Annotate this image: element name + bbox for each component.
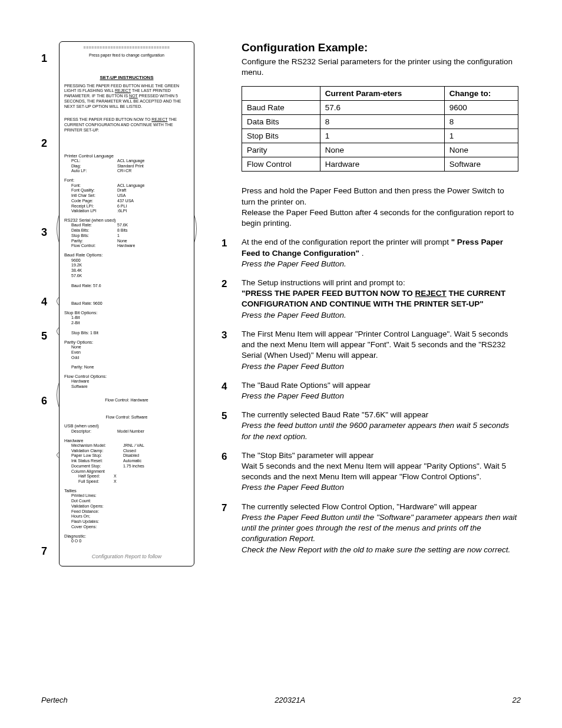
stop-opt-header: Stop Bit Options: — [64, 310, 189, 315]
callout-3: 3 — [41, 226, 47, 239]
callout-4: 4 — [41, 296, 47, 308]
step-4: 4 The "Baud Rate Options" will appear Pr… — [242, 380, 518, 401]
pcl-header: Printer Control Language — [64, 153, 189, 159]
instructions-column: Configuration Example: Configure the RS2… — [242, 41, 518, 566]
step-num-7: 7 — [222, 502, 227, 515]
callout-7: 7 — [41, 545, 47, 558]
step-num-5: 5 — [222, 410, 227, 423]
receipt-prompt-change: Press paper feed to change configuration — [64, 53, 189, 58]
rs232-header: RS232 Serial (when used) — [64, 218, 189, 223]
page-heading: Configuration Example: — [242, 41, 518, 54]
table-header-row: Current Param-eters Change to: — [242, 87, 518, 101]
footer-right: 22 — [513, 696, 521, 704]
step-num-4: 4 — [222, 380, 227, 394]
step-num-6: 6 — [222, 450, 227, 464]
step-7: 7 The currently selected Flow Control Op… — [242, 502, 518, 555]
step-1: 1 At the end of the configuration report… — [242, 237, 518, 269]
step-2: 2 The Setup instructions will print and … — [242, 278, 518, 321]
baud-9600: Baud Rate: 9600 — [64, 301, 189, 307]
receipt-diagram: 1 2 3 4 5 6 7 ==========================… — [41, 41, 218, 566]
table-header-blank — [242, 87, 320, 101]
step-num-2: 2 — [222, 278, 227, 291]
stop-line: Stop Bits: 1 Bit — [64, 331, 189, 336]
table-row: ParityNoneNone — [242, 143, 518, 157]
font-header: Font: — [64, 177, 189, 183]
step-5: 5 The currently selected Baud Rate "57.6… — [242, 410, 518, 442]
pre-step-2: Release the Paper Feed Button after 4 se… — [242, 207, 518, 229]
footer-left: Pertech — [41, 696, 68, 704]
setup-title: SET-UP INSTRUCTIONS — [64, 75, 189, 81]
receipt-divider: ================================ — [64, 45, 189, 51]
intro-text: Configure the RS232 Serial parameters fo… — [242, 57, 518, 78]
flow-opt-header: Flow Control Options: — [64, 374, 189, 379]
usb-header: USB (when used) — [64, 423, 189, 429]
footer-center: 220321A — [275, 696, 305, 704]
callout-6: 6 — [41, 395, 47, 407]
col-header: Column Alignment — [64, 469, 189, 475]
flow-sw: Flow Control: Software — [64, 415, 189, 420]
table-header-change: Change to: — [444, 87, 518, 101]
tallies-header: Tallies — [64, 488, 189, 493]
pre-step-1: Press and hold the Paper Feed Button and… — [242, 186, 518, 207]
diag-header: Diagnostic: — [64, 533, 189, 539]
reject-body: PRESS THE PAPER FEED BUTTON NOW TO REJEC… — [64, 117, 189, 133]
callout-1: 1 — [41, 52, 47, 65]
step-num-1: 1 — [222, 237, 227, 251]
table-row: Flow ControlHardwareSoftware — [242, 157, 518, 172]
parity-line: Parity: None — [64, 365, 189, 370]
page-footer: Pertech 220321A 22 — [41, 696, 521, 704]
baud-opt-header: Baud Rate Options: — [64, 252, 189, 258]
step-3: 3 The First Menu Item will appear "Print… — [242, 329, 518, 372]
table-row: Data Bits88 — [242, 115, 518, 129]
step-6: 6 The "Stop Bits" parameter will appear … — [242, 450, 518, 493]
table-row: Baud Rate57.69600 — [242, 101, 518, 115]
callout-5: 5 — [41, 330, 47, 342]
table-row: Stop Bits11 — [242, 129, 518, 143]
hw-header: Hardware — [64, 438, 189, 443]
receipt-footer: Configuration Report to follow — [64, 554, 189, 560]
parity-opt-header: Parity Options: — [64, 340, 189, 345]
step-num-3: 3 — [222, 329, 227, 342]
flow-hw: Flow Control: Hardware — [64, 398, 189, 403]
diag-line: 0 O 0 — [64, 539, 189, 544]
table-header-current: Current Param-eters — [320, 87, 444, 101]
callout-2: 2 — [41, 137, 47, 150]
setup-body: PRESSING THE PAPER FEED BUTTON WHILE THE… — [64, 84, 189, 110]
baud-576: Baud Rate: 57.6 — [64, 284, 189, 289]
receipt: ================================ Press p… — [59, 41, 194, 566]
params-table: Current Param-eters Change to: Baud Rate… — [242, 86, 518, 172]
